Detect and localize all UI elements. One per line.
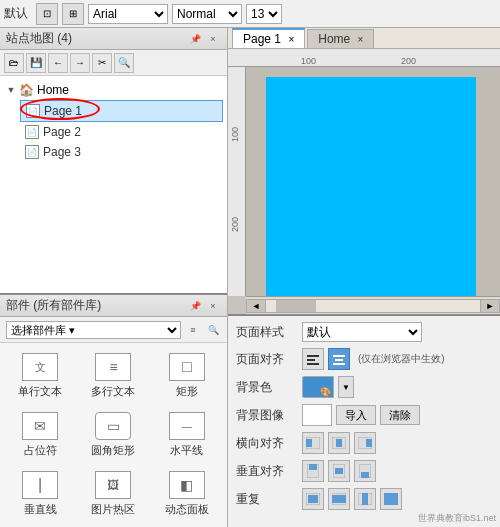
comp-search-btn[interactable]: 🔍 bbox=[205, 322, 221, 338]
horiz-align-label: 横向对齐 bbox=[236, 435, 296, 452]
prop-row-page-style: 页面样式 默认 bbox=[236, 322, 492, 342]
repeat-both-btn[interactable] bbox=[380, 488, 402, 510]
comp-hotspot[interactable]: 🖼 图片热区 bbox=[77, 465, 149, 523]
color-swatch-icon: 🎨 bbox=[320, 387, 331, 397]
sitemap-close-btn[interactable]: × bbox=[205, 31, 221, 47]
tree-page3-label: Page 3 bbox=[43, 145, 81, 159]
tab-page1-close[interactable]: × bbox=[288, 34, 294, 45]
align-center-btn[interactable] bbox=[328, 348, 350, 370]
tree-item-page1-wrapper: 📄 Page 1 bbox=[20, 100, 223, 122]
align-left-icon bbox=[307, 353, 319, 365]
import-btn[interactable]: 导入 bbox=[336, 405, 376, 425]
canvas-scroll-area[interactable] bbox=[246, 67, 500, 296]
svg-rect-2 bbox=[307, 363, 319, 365]
repeat-label: 重复 bbox=[236, 491, 296, 508]
vert-top-btn[interactable] bbox=[302, 460, 324, 482]
ruler-left-100: 100 bbox=[230, 127, 240, 142]
tree-item-page2[interactable]: 📄 Page 2 bbox=[20, 122, 223, 142]
toolbar-btn-1[interactable]: ⊡ bbox=[36, 3, 58, 25]
repeat-none-btn[interactable] bbox=[302, 488, 324, 510]
ruler-mark-100: 100 bbox=[301, 56, 316, 66]
horiz-right-btn[interactable] bbox=[354, 432, 376, 454]
bg-color-swatch[interactable]: 🎨 bbox=[302, 376, 334, 398]
top-toolbar: 默认 ⊡ ⊞ Arial Normal 13 bbox=[0, 0, 500, 28]
page3-icon: 📄 bbox=[24, 144, 40, 160]
scroll-thumb[interactable] bbox=[276, 300, 316, 312]
scrollbar-bottom[interactable]: ◄ ► bbox=[246, 296, 500, 314]
scroll-right-btn[interactable]: ► bbox=[480, 299, 500, 313]
tree-item-page1[interactable]: 📄 Page 1 bbox=[20, 100, 223, 122]
sm-cut-btn[interactable]: ✂ bbox=[92, 53, 112, 73]
comp-hline-label: 水平线 bbox=[170, 443, 203, 458]
svg-rect-19 bbox=[308, 495, 318, 503]
comp-placeholder[interactable]: ✉ 占位符 bbox=[4, 406, 76, 464]
horiz-center-icon bbox=[332, 437, 346, 449]
comp-multi-text[interactable]: ≡ 多行文本 bbox=[77, 347, 149, 405]
watermark: 世界典教育ibS1.net bbox=[418, 512, 496, 525]
prop-row-page-align: 页面对齐 (仅在浏览器中生效) bbox=[236, 348, 492, 370]
comp-close-btn[interactable]: × bbox=[205, 298, 221, 314]
size-select[interactable]: 13 bbox=[246, 4, 282, 24]
comp-rounded-rect[interactable]: ▭ 圆角矩形 bbox=[77, 406, 149, 464]
toolbar-btn-2[interactable]: ⊞ bbox=[62, 3, 84, 25]
sm-search-btn[interactable]: 🔍 bbox=[114, 53, 134, 73]
repeat-x-btn[interactable] bbox=[328, 488, 350, 510]
home-icon: 🏠 bbox=[18, 82, 34, 98]
dynamic-panel-icon: ◧ bbox=[169, 471, 205, 499]
tab-page1[interactable]: Page 1 × bbox=[232, 28, 305, 48]
comp-single-text[interactable]: 文 单行文本 bbox=[4, 347, 76, 405]
components-header: 部件 (所有部件库) 📌 × bbox=[0, 295, 227, 317]
page-style-select[interactable]: 默认 bbox=[302, 322, 422, 342]
comp-vertical-line[interactable]: | 垂直线 bbox=[4, 465, 76, 523]
sm-back-btn[interactable]: ← bbox=[48, 53, 68, 73]
comp-horizontal-line[interactable]: — 水平线 bbox=[151, 406, 223, 464]
left-panel: 站点地图 (4) 📌 × 🗁 💾 ← → ✂ 🔍 ▼ 🏠 Home bbox=[0, 28, 228, 527]
scroll-left-btn[interactable]: ◄ bbox=[246, 299, 266, 313]
sm-folder-btn[interactable]: 🗁 bbox=[4, 53, 24, 73]
sitemap-header: 站点地图 (4) 📌 × bbox=[0, 28, 227, 50]
bg-color-dropdown[interactable]: ▼ bbox=[338, 376, 354, 398]
tree-children: 📄 Page 1 📄 Page 2 📄 bbox=[20, 100, 223, 162]
horiz-align-control bbox=[302, 432, 376, 454]
page-canvas bbox=[266, 77, 476, 296]
vert-middle-btn[interactable] bbox=[328, 460, 350, 482]
repeat-y-btn[interactable] bbox=[354, 488, 376, 510]
hline-icon: — bbox=[169, 412, 205, 440]
style-select[interactable]: Normal bbox=[172, 4, 242, 24]
sm-forward-btn[interactable]: → bbox=[70, 53, 90, 73]
svg-rect-21 bbox=[332, 495, 346, 503]
comp-pin-btn[interactable]: 📌 bbox=[187, 298, 203, 314]
comp-rect[interactable]: □ 矩形 bbox=[151, 347, 223, 405]
comp-grid: 文 单行文本 ≡ 多行文本 □ 矩形 ✉ 占位符 ▭ 圆角矩形 bbox=[0, 343, 227, 527]
multi-text-icon: ≡ bbox=[95, 353, 131, 381]
page2-icon: 📄 bbox=[24, 124, 40, 140]
svg-rect-17 bbox=[361, 472, 369, 478]
svg-rect-11 bbox=[366, 439, 372, 447]
tab-home-close[interactable]: × bbox=[358, 34, 364, 45]
tree-item-root[interactable]: ▼ 🏠 Home bbox=[4, 80, 223, 100]
comp-library-select[interactable]: 选择部件库 ▾ bbox=[6, 321, 181, 339]
horiz-left-btn[interactable] bbox=[302, 432, 324, 454]
align-left-btn[interactable] bbox=[302, 348, 324, 370]
tab-home[interactable]: Home × bbox=[307, 29, 374, 48]
comp-rounded-rect-label: 圆角矩形 bbox=[91, 443, 135, 458]
tree-toggle-root[interactable]: ▼ bbox=[4, 83, 18, 97]
ruler-mark-200: 200 bbox=[401, 56, 416, 66]
repeat-control bbox=[302, 488, 402, 510]
sitemap-pin-btn[interactable]: 📌 bbox=[187, 31, 203, 47]
bg-image-control: 导入 清除 bbox=[302, 404, 420, 426]
comp-menu-btn[interactable]: ≡ bbox=[185, 322, 201, 338]
vert-align-label: 垂直对齐 bbox=[236, 463, 296, 480]
svg-rect-4 bbox=[335, 359, 343, 361]
tree-item-page3[interactable]: 📄 Page 3 bbox=[20, 142, 223, 162]
comp-dynamic-panel[interactable]: ◧ 动态面板 bbox=[151, 465, 223, 523]
vert-bottom-btn[interactable] bbox=[354, 460, 376, 482]
horiz-center-btn[interactable] bbox=[328, 432, 350, 454]
rounded-rect-icon: ▭ bbox=[95, 412, 131, 440]
comp-single-text-label: 单行文本 bbox=[18, 384, 62, 399]
bg-image-label: 背景图像 bbox=[236, 407, 296, 424]
sm-save-btn[interactable]: 💾 bbox=[26, 53, 46, 73]
clear-btn[interactable]: 清除 bbox=[380, 405, 420, 425]
vert-bottom-icon bbox=[359, 464, 371, 478]
font-select[interactable]: Arial bbox=[88, 4, 168, 24]
